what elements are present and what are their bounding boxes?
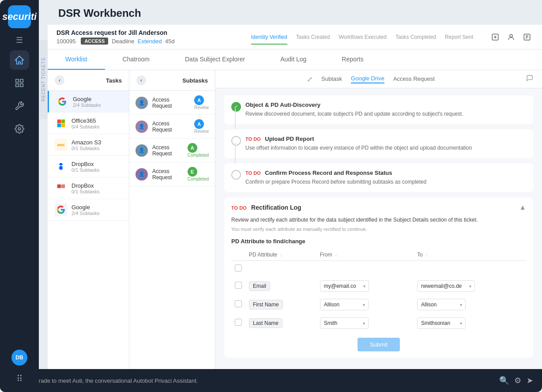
tab-audit-log[interactable]: Audit Log <box>263 49 324 70</box>
task-logo-google-2 <box>55 204 67 216</box>
task-info-google-1: Google 2/4 Subtasks <box>73 96 101 108</box>
table-row-first-name: First Name Allison <box>231 295 526 314</box>
subtask-item-1[interactable]: 👤 Access Request A Review <box>129 91 215 115</box>
detail-task-3-desc: Confirm or prepare Process Record before… <box>245 178 426 186</box>
step-workflows-executed[interactable]: Workflows Executed <box>339 34 387 40</box>
rectification-collapse-icon[interactable]: ▲ <box>519 204 526 211</box>
subtask-info-4: Access Request <box>152 168 183 181</box>
step-tasks-created[interactable]: Tasks Created <box>296 34 330 40</box>
tab-worklist[interactable]: Worklist <box>48 49 105 70</box>
first-name-to-select[interactable]: Allison <box>417 299 466 310</box>
recent-tickets-tab[interactable]: RECENT TICKETS <box>39 40 48 119</box>
svg-rect-13 <box>57 185 61 188</box>
ticket-docs-icon[interactable] <box>521 31 533 43</box>
tasks-panel: ‹ Tasks Google 2/4 Subtasks Office365 <box>48 70 129 392</box>
task-info-dropbox-2: DropBox 0/1 Subtasks <box>72 182 100 194</box>
sidebar-item-dashboard[interactable] <box>10 73 29 93</box>
svg-rect-14 <box>61 185 65 188</box>
detail-comment-icon[interactable] <box>526 75 533 83</box>
detail-task-3-check[interactable] <box>231 170 241 180</box>
email-to-select[interactable]: newemail@co.de <box>417 280 475 292</box>
last-name-from-select[interactable]: Smith <box>320 317 369 329</box>
first-name-from-wrapper: Allison <box>320 299 369 310</box>
subtask-badge-2: A <box>194 119 204 129</box>
recent-tickets-label: RECENT TICKETS <box>41 57 46 102</box>
bottom-share-icon[interactable]: ➤ <box>527 376 533 385</box>
col-to: To ↓ <box>414 249 526 261</box>
step-tasks-completed[interactable]: Tasks Completed <box>395 34 436 40</box>
step-report-sent[interactable]: Report Sent <box>445 34 473 40</box>
subtask-avatar-2: 👤 <box>136 121 148 133</box>
table-row-empty <box>231 261 526 277</box>
attr-first-name-tag: First Name <box>249 300 283 309</box>
last-name-to-select[interactable]: Smithsonian <box>417 317 466 329</box>
ticket-user-icon[interactable] <box>505 31 517 43</box>
bottom-filter-icon[interactable]: ⚙ <box>514 376 521 385</box>
subtask-badge-3: A <box>188 143 197 153</box>
email-from-wrapper: my@email.co <box>320 280 369 292</box>
bottom-search-icon[interactable]: 🔍 <box>499 376 509 385</box>
task-item-amazon-s3[interactable]: aws Amazon S3 0/1 Subtasks <box>48 134 129 156</box>
tasks-panel-collapse[interactable]: ‹ <box>55 75 64 85</box>
tab-reports[interactable]: Reports <box>324 49 381 70</box>
ticket-upload-icon[interactable] <box>489 31 501 43</box>
subtask-item-4[interactable]: 👤 Access Request E Completed <box>129 162 215 186</box>
detail-expand-icon[interactable]: ⤢ <box>307 75 312 83</box>
detail-task-3-content: TO DO Confirm Process Record and Respons… <box>245 170 426 186</box>
detail-task-2-content: TO DO Upload PD Report Use offset inform… <box>245 136 472 152</box>
detail-task-2: TO DO Upload PD Report Use offset inform… <box>224 129 533 158</box>
sidebar-dots[interactable]: ⠿ <box>11 371 27 387</box>
checkbox-email[interactable] <box>235 282 242 289</box>
pd-attribute-sort-icon[interactable]: ↓ <box>280 253 282 257</box>
attribute-table: PD Attribute ↓ From ↓ To ↓ <box>231 249 526 332</box>
tasks-panel-header: ‹ Tasks <box>48 70 129 91</box>
detail-task-1-check[interactable]: ✓ <box>231 102 241 112</box>
detail-task-2-desc: Use offset information to locate every i… <box>245 144 472 152</box>
user-avatar[interactable]: DB <box>11 350 27 366</box>
svg-rect-1 <box>16 79 19 82</box>
ticket-actions <box>489 31 533 43</box>
detail-task-1-content: Object & PD Auti-Discovery Review discov… <box>245 102 463 118</box>
email-to-wrapper: newemail@co.de <box>417 280 475 292</box>
app-logo-text: securiti <box>2 11 37 23</box>
rectification-desc: Review and rectify each attribute for th… <box>231 216 526 224</box>
detail-tab-google-drive[interactable]: Google Drive <box>351 75 384 83</box>
sidebar-item-tools[interactable] <box>10 96 29 116</box>
task-item-google-1[interactable]: Google 2/4 Subtasks <box>48 91 129 113</box>
subtask-badge-4: E <box>188 167 197 177</box>
detail-tab-access-request[interactable]: Access Request <box>393 75 435 83</box>
first-name-from-select[interactable]: Allison <box>320 299 369 310</box>
sidebar-item-home[interactable] <box>10 50 29 70</box>
task-item-google-2[interactable]: Google 2/4 Subtasks <box>48 199 129 221</box>
tab-data-subject-explorer[interactable]: Data Subject Explorer <box>167 49 263 70</box>
ticket-badge: ACCESS <box>81 38 108 45</box>
svg-rect-11 <box>57 124 61 127</box>
detail-task-2-check[interactable] <box>231 136 241 146</box>
detail-tab-subtask[interactable]: Subtask <box>321 75 342 83</box>
checkbox-header[interactable] <box>235 264 242 271</box>
checkbox-first-name[interactable] <box>235 300 242 307</box>
svg-rect-10 <box>61 120 65 123</box>
to-sort-icon[interactable]: ↓ <box>425 253 428 257</box>
email-from-select[interactable]: my@email.co <box>320 280 369 292</box>
tasks-panel-title: Tasks <box>106 77 122 84</box>
sidebar-item-settings[interactable] <box>10 119 29 139</box>
detail-task-1-title: Object & PD Auti-Discovery <box>245 102 463 108</box>
subtask-item-3[interactable]: 👤 Access Request A Completed <box>129 139 215 162</box>
submit-button[interactable]: Submit <box>358 338 400 351</box>
step-identity-verified[interactable]: Identity Verified <box>251 34 287 40</box>
subtasks-panel-collapse[interactable]: ‹ <box>136 75 146 85</box>
task-item-office365[interactable]: Office365 0/4 Subtasks <box>48 113 129 134</box>
from-sort-icon[interactable]: ↓ <box>335 253 337 257</box>
tab-chatroom[interactable]: Chatroom <box>105 49 167 70</box>
checkbox-last-name[interactable] <box>235 319 242 326</box>
table-row-last-name: Last Name Smith <box>231 314 526 332</box>
menu-icon[interactable]: ☰ <box>16 35 23 45</box>
task-item-dropbox-1[interactable]: DropBox 0/1 Subtasks <box>48 156 129 177</box>
main-area: DSR Workbench DSR Access request for Jil… <box>48 0 542 392</box>
task-info-dropbox-1: DropBox 0/1 Subtasks <box>72 161 100 173</box>
rectification-note: You must verify each attribute as manual… <box>231 226 526 232</box>
task-item-dropbox-2[interactable]: DropBox 0/1 Subtasks <box>48 177 129 199</box>
detail-task-3-header: TO DO Confirm Process Record and Respons… <box>231 170 526 186</box>
subtask-item-2[interactable]: 👤 Access Request A Review <box>129 115 215 139</box>
